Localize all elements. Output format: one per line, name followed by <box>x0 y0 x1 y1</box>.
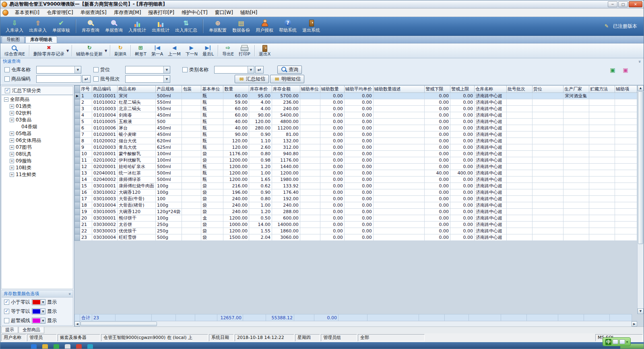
column-header-15[interactable]: 仓库名称 <box>474 86 506 93</box>
menu-item-5[interactable]: 维护中心[T] <box>178 8 211 17</box>
stock-in-button[interactable]: ⇩入库录入 <box>3 17 26 35</box>
in-stats-button[interactable]: 入库统计 <box>126 17 149 35</box>
table-row[interactable]: 801020002烟台大优620ml瓶120.001.10132.000.000… <box>75 138 637 144</box>
column-header-20[interactable]: 辅助项 <box>615 86 637 93</box>
ime-settings-icon[interactable] <box>619 339 625 344</box>
column-header-1[interactable]: 商品编码 <box>92 86 117 93</box>
row-selector-cell[interactable] <box>75 99 80 106</box>
prev-button[interactable]: ◀上一M <box>165 45 183 57</box>
location-filter-checkbox[interactable] <box>93 67 99 72</box>
column-header-0[interactable]: 序号 <box>80 86 92 93</box>
data-backup-button[interactable]: ▤数据备份 <box>229 17 253 35</box>
table-row[interactable]: 1703010003大骨面(牛骨)100袋240.000.80192.000.0… <box>75 196 637 202</box>
hint-tab-1[interactable]: 全部商品 <box>19 327 44 333</box>
column-header-9[interactable]: 辅助单位 <box>300 86 320 93</box>
panel-tool-green[interactable]: ▣ <box>608 66 617 74</box>
table-row[interactable]: 701020001银小麦啤450ml瓶90.000.9081.000.000.0… <box>75 131 637 138</box>
tree-node-5[interactable]: +05电器 <box>2 130 73 137</box>
tree-node-10[interactable]: +10鞋类 <box>2 164 73 171</box>
scroll-up-icon[interactable]: ▲ <box>638 85 644 91</box>
column-header-4[interactable]: 包装 <box>182 86 201 93</box>
row-selector-cell[interactable] <box>75 228 80 234</box>
taskbar-icon-2[interactable] <box>54 344 59 349</box>
table-row[interactable]: 1402040002康师傅绿茶500ml瓶1200.001.651980.000… <box>75 177 637 183</box>
column-header-7[interactable]: 库存单价 <box>249 86 272 93</box>
table-row[interactable]: 1503010001康师傅红烧牛肉面100g袋216.000.62133.920… <box>75 183 637 189</box>
dropdown-arrow-icon[interactable]: ▼ <box>66 49 69 53</box>
tree-expander-icon[interactable]: + <box>10 131 14 136</box>
row-selector-cell[interactable] <box>75 125 80 131</box>
column-header-11[interactable]: 辅助平均单价 <box>344 86 373 93</box>
scroll-down-icon[interactable]: ▼ <box>638 308 644 314</box>
menu-item-3[interactable]: 库存查询[M] <box>110 8 145 17</box>
tree-expander-icon[interactable]: + <box>10 104 14 109</box>
warehouse-select[interactable]: ▼ <box>36 66 81 74</box>
horizontal-scroll-thumb[interactable] <box>80 322 157 326</box>
column-header-18[interactable]: 生产厂家 <box>564 86 589 93</box>
menu-item-0[interactable]: 基本资料[I] <box>11 8 43 17</box>
panel-tool-pink[interactable]: ▣ <box>621 66 630 74</box>
column-header-10[interactable]: 辅助数量 <box>320 86 344 93</box>
table-row[interactable]: 401010004剑南春450ml瓶60.0090.005400.000.000… <box>75 112 637 119</box>
taskbar-icon-3[interactable] <box>65 344 70 349</box>
stock-query-button[interactable]: 库存查询 <box>79 17 102 35</box>
summary-sms-button[interactable]: ✉汇总短信 <box>235 75 269 83</box>
tree-expander-icon[interactable]: + <box>10 166 14 170</box>
tree-node-11[interactable]: +11生鲜类 <box>2 171 73 178</box>
table-row[interactable]: 1903010005大碗香120120g*24袋袋240.001.20288.0… <box>75 209 637 215</box>
color-swatch-dropdown[interactable]: ▼ <box>32 308 45 314</box>
tree-view-button[interactable]: ⊞树形T <box>132 45 149 57</box>
color-option-checkbox[interactable] <box>4 318 9 323</box>
taskbar-icon-4[interactable] <box>76 344 82 349</box>
doc-audit-button[interactable]: ✔单据审核 <box>50 17 73 35</box>
tree-expander-icon[interactable]: + <box>10 138 14 143</box>
tree-expander-icon[interactable]: + <box>10 152 14 156</box>
out-stats-button[interactable]: 出库统计 <box>149 17 172 35</box>
tree-expander-icon[interactable]: + <box>10 145 14 150</box>
doc-config-button[interactable]: ⊕单据配置 <box>206 17 229 35</box>
tree-expander-icon[interactable]: − <box>4 97 8 102</box>
first-button[interactable]: |◀第一A <box>149 45 166 57</box>
collapse-panel-icon[interactable]: » <box>638 60 642 63</box>
category-apply-button[interactable]: ↵ <box>255 66 264 74</box>
column-header-13[interactable]: 警戒下限 <box>425 86 450 93</box>
query-button[interactable]: 查询 <box>277 66 302 74</box>
row-selector-cell[interactable] <box>75 131 80 138</box>
last-button[interactable]: ▶|最后L <box>200 45 216 57</box>
export-button[interactable]: ⇨导出E <box>220 45 236 57</box>
column-header-12[interactable]: 辅助数量描述 <box>373 86 424 93</box>
row-selector-cell[interactable]: ▶ <box>75 93 80 99</box>
table-row[interactable]: 1202020001娃哈哈矿泉水500ml瓶1200.001.201440.00… <box>75 164 637 170</box>
column-header-14[interactable]: 警戒上限 <box>450 86 475 93</box>
minimize-button[interactable]: ─ <box>608 1 617 7</box>
dropdown-arrow-icon[interactable]: ▼ <box>105 49 107 53</box>
row-selector-cell[interactable] <box>75 189 80 196</box>
batch-filter-checkbox[interactable] <box>93 76 99 82</box>
vertical-scrollbar[interactable]: ▲ ▼ <box>637 85 644 314</box>
collapse-color-options-icon[interactable]: » <box>68 292 71 295</box>
row-selector-cell[interactable] <box>75 144 80 151</box>
menu-item-2[interactable]: 单据查询[S] <box>77 8 110 17</box>
column-header-6[interactable]: 数量 <box>223 86 249 93</box>
vertical-scroll-thumb[interactable] <box>638 91 643 244</box>
row-selector-cell[interactable] <box>75 112 80 119</box>
table-row[interactable]: 1603010002大碗香120100g袋196.000.90176.400.0… <box>75 189 637 196</box>
batch-select[interactable]: ▼ <box>125 75 170 83</box>
column-header-5[interactable]: 基本单位 <box>201 86 223 93</box>
product-code-input[interactable] <box>36 75 81 83</box>
row-selector-cell[interactable] <box>75 222 80 228</box>
column-header-8[interactable]: 库存金额 <box>272 86 300 93</box>
category-filter-checkbox[interactable] <box>182 67 188 72</box>
table-row[interactable]: 2203030003优优馍干250g袋1200.001.551860.000.0… <box>75 228 637 234</box>
tree-node-2[interactable]: +02饮料 <box>2 110 73 117</box>
row-selector-cell[interactable] <box>75 196 80 202</box>
close-button[interactable]: ✕ <box>629 1 642 7</box>
horizontal-scrollbar[interactable]: ◀ ▶ <box>74 321 637 326</box>
row-selector-cell[interactable] <box>75 151 80 157</box>
table-row[interactable]: 2103030002太谷饼250g袋1000.0014.0014000.000.… <box>75 222 637 228</box>
tree-expander-icon[interactable]: + <box>10 118 14 122</box>
tree-node-4[interactable]: 04香烟 <box>2 123 73 130</box>
product-code-apply-button[interactable]: ↵ <box>82 75 91 83</box>
row-selector-cell[interactable] <box>75 202 80 209</box>
row-selector-cell[interactable] <box>75 138 80 144</box>
